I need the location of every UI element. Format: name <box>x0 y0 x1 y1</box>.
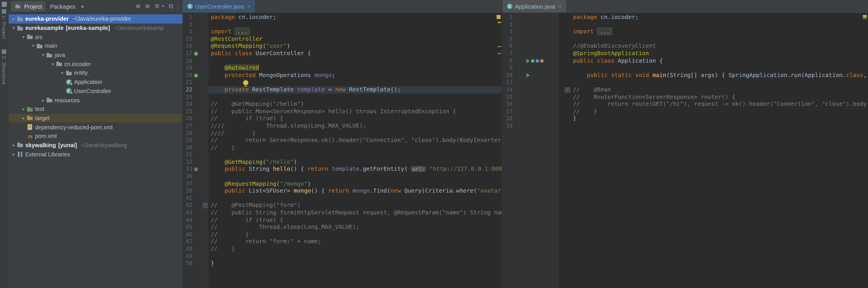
code-text[interactable]: @RequestMapping("/mongo") <box>210 180 311 188</box>
line-number[interactable]: 3 <box>183 28 192 35</box>
line-number[interactable]: 37 <box>183 180 192 188</box>
code-line-18[interactable]: 18 <box>183 57 502 64</box>
code-text[interactable]: package cn.iocoder; <box>572 14 639 21</box>
close-circle-icon[interactable]: ⊗ <box>134 1 143 12</box>
spring-boot-icon[interactable] <box>531 59 534 63</box>
line-number[interactable]: 26 <box>183 115 192 122</box>
line-number[interactable]: 50 <box>183 260 192 267</box>
code-text[interactable]: // @GetMapping("/hello") <box>210 100 304 108</box>
window-menu-icon[interactable] <box>2 2 7 7</box>
line-number[interactable]: 9 <box>502 64 513 71</box>
line-number[interactable]: 21 <box>183 79 192 86</box>
code-line-30[interactable]: 30// } <box>183 144 502 151</box>
line-number[interactable]: 45 <box>183 224 192 231</box>
code-line-18[interactable]: 18} <box>502 115 868 122</box>
code-line-43[interactable]: 43// public String form(HttpServletReque… <box>183 209 502 217</box>
code-text[interactable]: import ... <box>210 28 250 35</box>
expanded-arrow-icon[interactable]: ▾ <box>40 52 46 57</box>
code-text[interactable] <box>210 151 211 159</box>
code-line-9[interactable]: 9 <box>502 64 868 71</box>
code-line-10[interactable]: 10 public static void main(String[] args… <box>502 72 868 79</box>
collapse-all-icon[interactable]: ⊟ <box>167 1 175 12</box>
line-number[interactable]: 17 <box>502 108 513 115</box>
code-line-3[interactable]: 3import ... <box>183 28 502 35</box>
line-number[interactable]: 30 <box>183 144 192 151</box>
project-tree-item-resources[interactable]: ▸resources <box>9 95 183 104</box>
inspection-mark[interactable] <box>498 22 501 23</box>
inspection-mark[interactable] <box>498 46 501 47</box>
expanded-arrow-icon[interactable]: ▾ <box>30 44 36 49</box>
code-line-13[interactable]: 13 <box>502 79 868 86</box>
code-line-15[interactable]: 15// RouterFunction<ServerResponse> rout… <box>502 93 868 100</box>
code-line-50[interactable]: 50} <box>183 260 502 267</box>
code-line-16[interactable]: 16// return route(GET("/hi"), request ->… <box>502 100 868 108</box>
code-text[interactable] <box>210 173 211 180</box>
code-text[interactable]: } <box>210 260 214 267</box>
code-text[interactable]: // return "form:" + name; <box>210 238 321 246</box>
line-number[interactable]: 15 <box>502 93 513 100</box>
line-number[interactable]: 42 <box>183 202 192 209</box>
code-line-37[interactable]: 37 @RequestMapping("/mongo") <box>183 180 502 188</box>
gutter-dot-icon[interactable] <box>194 168 198 172</box>
code-text[interactable]: //// Thread.sleep(Long.MAX_VALUE); <box>210 122 366 129</box>
project-tree-item-pom-xml[interactable]: mpom.xml <box>9 132 183 141</box>
run-icon[interactable] <box>526 73 530 78</box>
line-number[interactable]: 25 <box>183 108 192 115</box>
line-number[interactable]: 29 <box>183 137 192 144</box>
project-tree-item-dependency-reduced-pom-xml[interactable]: dependency-reduced-pom.xml <box>9 123 183 132</box>
code-text[interactable] <box>210 57 211 64</box>
code-line-17[interactable]: 17// } <box>502 108 868 115</box>
code-text[interactable]: @RestController <box>210 36 262 43</box>
code-text[interactable]: public String hello() { return template.… <box>210 166 502 173</box>
code-line-38[interactable]: 38 public List<SFUser> mongo() { return … <box>183 188 502 195</box>
line-number[interactable]: 16 <box>183 43 192 50</box>
code-text[interactable]: // public String form(HttpServletRequest… <box>210 209 502 217</box>
inspections-widget-icon[interactable] <box>863 15 867 19</box>
code-text[interactable]: public class Application { <box>572 57 663 64</box>
code-line-48[interactable]: 48// } <box>183 246 502 253</box>
close-icon[interactable]: × <box>559 3 562 9</box>
code-text[interactable] <box>572 64 573 71</box>
project-tree-item-java[interactable]: ▾java <box>9 51 183 59</box>
code-line-28[interactable]: 28//// } <box>183 129 502 137</box>
line-number[interactable]: 10 <box>502 72 513 79</box>
code-line-49[interactable]: 49 <box>183 253 502 260</box>
code-text[interactable]: public class UserController { <box>210 50 311 57</box>
line-number[interactable]: 22 <box>183 86 192 93</box>
code-line-24[interactable]: 24// @GetMapping("/hello") <box>183 100 502 108</box>
code-line-33[interactable]: 33 public String hello() { return templa… <box>183 166 502 173</box>
line-number[interactable]: 2 <box>502 21 513 28</box>
code-text[interactable]: //// } <box>210 129 256 137</box>
intention-bulb-icon[interactable] <box>243 80 249 86</box>
code-text[interactable]: package cn.iocoder; <box>210 14 276 21</box>
bean-group-icon[interactable] <box>536 59 539 63</box>
code-text[interactable] <box>210 93 211 100</box>
chevron-right-icon[interactable]: ▸ <box>80 1 86 12</box>
run-icon[interactable] <box>526 59 530 63</box>
code-line-17[interactable]: 17public class UserController { <box>183 50 502 57</box>
line-number[interactable]: 7 <box>502 50 513 57</box>
code-line-31[interactable]: 31 <box>183 151 502 159</box>
collapsed-arrow-icon[interactable]: ▸ <box>40 97 46 103</box>
code-text[interactable]: // RouterFunction<ServerResponse> router… <box>572 93 735 100</box>
locate-icon[interactable]: ⊕ <box>143 1 152 12</box>
chevron-down-icon[interactable]: ▾ <box>160 1 166 12</box>
code-line-22[interactable]: 22 private RestTemplate template = new R… <box>183 86 502 93</box>
code-line-47[interactable]: 47// return "form:" + name; <box>183 238 502 246</box>
inspection-mark[interactable] <box>498 53 501 54</box>
code-line-23[interactable]: 23 <box>183 93 502 100</box>
code-line-42[interactable]: 42+// @PostMapping("form") <box>183 202 502 209</box>
code-text[interactable]: @SpringBootApplication <box>572 50 649 57</box>
fold-marker-icon[interactable]: + <box>565 87 570 92</box>
project-tree-item-main[interactable]: ▾main <box>9 41 183 50</box>
code-text[interactable]: // } <box>210 231 249 238</box>
line-number[interactable]: 48 <box>183 246 192 253</box>
line-number[interactable]: 44 <box>183 217 192 224</box>
line-number[interactable]: 49 <box>183 253 192 260</box>
line-number[interactable]: 2 <box>183 21 192 28</box>
tab-usercontroller-java[interactable]: C UserController.java × <box>183 0 255 13</box>
code-line-45[interactable]: 45// Thread.sleep(Long.MAX_VALUE); <box>183 224 502 231</box>
code-text[interactable]: @Autowired <box>210 64 259 71</box>
code-text[interactable]: // if (true) { <box>210 115 283 122</box>
code-line-21[interactable]: 21 <box>183 79 502 86</box>
